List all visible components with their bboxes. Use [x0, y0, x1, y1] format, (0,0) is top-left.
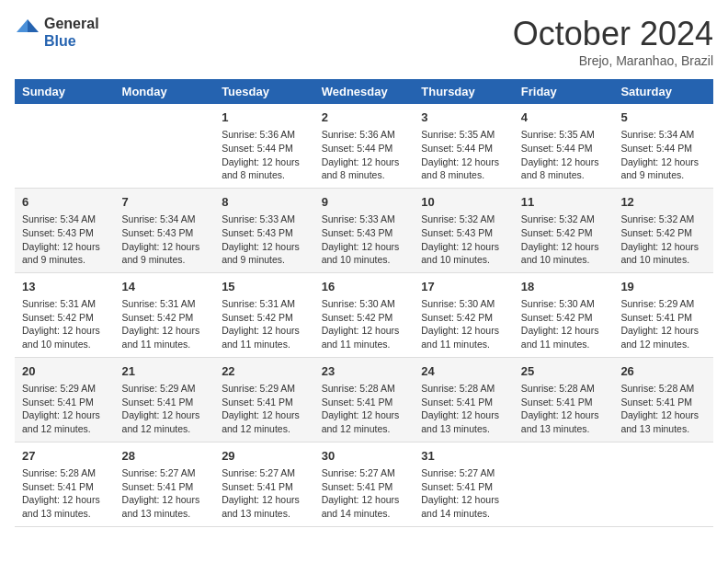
daylight-label: Daylight: 12 hours and 8 minutes. [521, 156, 599, 181]
daylight-label: Daylight: 12 hours and 13 minutes. [122, 494, 200, 519]
daylight-label: Daylight: 12 hours and 9 minutes. [122, 241, 200, 266]
sunrise-label: Sunrise: [322, 298, 359, 309]
day-number: 18 [521, 279, 607, 295]
day-info: Sunrise: 5:28 AM Sunset: 5:41 PM Dayligh… [620, 382, 706, 436]
sunset-label: Sunset: [122, 312, 158, 323]
day-info: Sunrise: 5:28 AM Sunset: 5:41 PM Dayligh… [421, 382, 506, 436]
day-number: 27 [22, 448, 108, 465]
sunrise-label: Sunrise: [421, 129, 459, 140]
day-number: 19 [620, 279, 706, 295]
day-number: 4 [521, 109, 607, 126]
sunset-label: Sunset: [22, 481, 58, 492]
sunset-label: Sunset: [22, 312, 58, 323]
sunset-label: Sunset: [22, 227, 58, 238]
page-header: General Blue October 2024 Brejo, Maranha… [15, 15, 713, 68]
daylight-label: Daylight: 12 hours and 9 minutes. [222, 241, 300, 266]
sunrise-label: Sunrise: [521, 298, 559, 309]
calendar-cell: 5 Sunrise: 5:34 AM Sunset: 5:44 PM Dayli… [613, 104, 713, 188]
sunset-time: 5:44 PM [357, 143, 392, 154]
sunrise-label: Sunrise: [620, 383, 658, 394]
calendar-cell: 25 Sunrise: 5:28 AM Sunset: 5:41 PM Dayl… [514, 357, 614, 442]
calendar-cell: 11 Sunrise: 5:32 AM Sunset: 5:42 PM Dayl… [514, 188, 614, 272]
sunset-time: 5:41 PM [58, 481, 94, 492]
sunrise-label: Sunrise: [421, 213, 459, 224]
day-info: Sunrise: 5:32 AM Sunset: 5:42 PM Dayligh… [620, 213, 706, 267]
daylight-label: Daylight: 12 hours and 14 minutes. [322, 494, 400, 519]
header-day-wednesday: Wednesday [314, 79, 415, 104]
calendar-cell: 1 Sunrise: 5:36 AM Sunset: 5:44 PM Dayli… [214, 104, 314, 188]
daylight-label: Daylight: 12 hours and 13 minutes. [620, 409, 699, 434]
sunrise-time: 5:30 AM [359, 298, 395, 309]
calendar-cell: 21 Sunrise: 5:29 AM Sunset: 5:41 PM Dayl… [115, 357, 215, 442]
sunset-time: 5:43 PM [457, 227, 493, 238]
logo-icon [15, 17, 40, 47]
day-number: 30 [322, 448, 407, 465]
calendar-cell: 3 Sunrise: 5:35 AM Sunset: 5:44 PM Dayli… [414, 104, 514, 188]
day-info: Sunrise: 5:27 AM Sunset: 5:41 PM Dayligh… [322, 466, 407, 521]
sunrise-label: Sunrise: [22, 213, 60, 224]
calendar-cell: 24 Sunrise: 5:28 AM Sunset: 5:41 PM Dayl… [414, 357, 514, 442]
sunset-time: 5:44 PM [656, 143, 692, 154]
calendar-body: 1 Sunrise: 5:36 AM Sunset: 5:44 PM Dayli… [15, 104, 713, 526]
day-number: 12 [620, 194, 706, 211]
day-info: Sunrise: 5:32 AM Sunset: 5:43 PM Dayligh… [421, 213, 506, 267]
sunset-label: Sunset: [421, 481, 457, 492]
sunrise-label: Sunrise: [222, 298, 259, 309]
sunset-label: Sunset: [322, 227, 358, 238]
day-info: Sunrise: 5:28 AM Sunset: 5:41 PM Dayligh… [521, 382, 607, 436]
sunset-label: Sunset: [521, 227, 557, 238]
daylight-label: Daylight: 12 hours and 12 minutes. [322, 409, 400, 434]
logo-text: General Blue [44, 15, 99, 50]
daylight-label: Daylight: 12 hours and 10 minutes. [322, 241, 400, 266]
day-number: 9 [322, 194, 407, 211]
day-number: 16 [322, 279, 407, 295]
calendar-cell: 14 Sunrise: 5:31 AM Sunset: 5:42 PM Dayl… [115, 272, 215, 357]
calendar-cell: 8 Sunrise: 5:33 AM Sunset: 5:43 PM Dayli… [214, 188, 314, 272]
day-info: Sunrise: 5:35 AM Sunset: 5:44 PM Dayligh… [521, 128, 607, 182]
calendar-table: SundayMondayTuesdayWednesdayThursdayFrid… [15, 79, 713, 527]
day-info: Sunrise: 5:31 AM Sunset: 5:42 PM Dayligh… [122, 297, 208, 351]
calendar-cell: 16 Sunrise: 5:30 AM Sunset: 5:42 PM Dayl… [314, 272, 415, 357]
sunset-time: 5:42 PM [157, 312, 193, 323]
sunrise-label: Sunrise: [22, 467, 60, 478]
month-title: October 2024 [513, 15, 713, 53]
sunset-time: 5:42 PM [556, 312, 592, 323]
day-number: 2 [322, 109, 407, 126]
sunset-label: Sunset: [222, 481, 257, 492]
sunset-time: 5:41 PM [257, 396, 293, 408]
sunrise-time: 5:27 AM [460, 467, 495, 478]
calendar-week-3: 13 Sunrise: 5:31 AM Sunset: 5:42 PM Dayl… [15, 272, 713, 357]
daylight-label: Daylight: 12 hours and 11 minutes. [521, 325, 599, 350]
svg-marker-0 [28, 19, 39, 32]
sunrise-time: 5:30 AM [460, 298, 495, 309]
daylight-label: Daylight: 12 hours and 11 minutes. [222, 325, 300, 350]
header-day-saturday: Saturday [613, 79, 713, 104]
day-number: 29 [222, 448, 307, 465]
day-number: 11 [521, 194, 607, 211]
sunset-time: 5:43 PM [257, 227, 293, 238]
sunrise-label: Sunrise: [222, 213, 259, 224]
daylight-label: Daylight: 12 hours and 9 minutes. [22, 241, 100, 266]
calendar-cell: 29 Sunrise: 5:27 AM Sunset: 5:41 PM Dayl… [214, 442, 314, 526]
sunset-label: Sunset: [620, 227, 656, 238]
sunrise-time: 5:36 AM [260, 129, 296, 140]
sunrise-time: 5:31 AM [260, 298, 296, 309]
sunset-time: 5:42 PM [457, 312, 493, 323]
day-info: Sunrise: 5:31 AM Sunset: 5:42 PM Dayligh… [22, 297, 108, 351]
sunrise-label: Sunrise: [222, 383, 259, 394]
calendar-week-5: 27 Sunrise: 5:28 AM Sunset: 5:41 PM Dayl… [15, 442, 713, 526]
sunrise-time: 5:32 AM [559, 213, 595, 224]
daylight-label: Daylight: 12 hours and 11 minutes. [322, 325, 400, 350]
sunset-label: Sunset: [322, 481, 358, 492]
day-info: Sunrise: 5:27 AM Sunset: 5:41 PM Dayligh… [222, 466, 307, 521]
day-info: Sunrise: 5:29 AM Sunset: 5:41 PM Dayligh… [122, 382, 208, 436]
day-number: 31 [421, 448, 506, 465]
day-info: Sunrise: 5:27 AM Sunset: 5:41 PM Dayligh… [122, 466, 208, 521]
day-info: Sunrise: 5:33 AM Sunset: 5:43 PM Dayligh… [322, 213, 407, 267]
daylight-label: Daylight: 12 hours and 13 minutes. [22, 494, 100, 519]
sunset-time: 5:42 PM [58, 312, 94, 323]
day-info: Sunrise: 5:28 AM Sunset: 5:41 PM Dayligh… [322, 382, 407, 436]
sunset-label: Sunset: [421, 143, 457, 154]
sunset-label: Sunset: [620, 312, 656, 323]
day-number: 15 [222, 279, 307, 295]
